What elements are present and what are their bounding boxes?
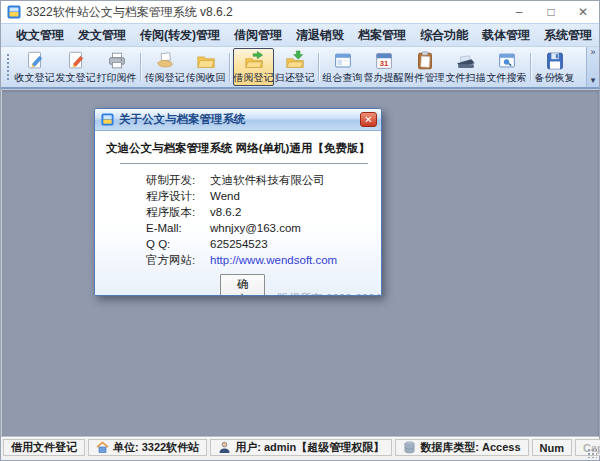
dialog-close-button[interactable]: ✕ bbox=[360, 112, 377, 127]
toolbar-button-send-register[interactable]: 发文登记 bbox=[55, 48, 96, 86]
toolbar-button-borrow-register[interactable]: 借阅登记 bbox=[233, 48, 274, 86]
window-controls: – □ ✕ bbox=[503, 1, 599, 23]
minimize-button[interactable]: – bbox=[503, 1, 535, 23]
menu-item-cleanup-destroy[interactable]: 清退销毁 bbox=[289, 27, 351, 44]
hand-paper-icon bbox=[153, 50, 177, 72]
overflow-chevron-icon: » bbox=[590, 48, 595, 57]
folder-open-icon bbox=[194, 50, 218, 72]
toolbar: 收文登记 发文登记 打印阅件 传阅登记 传阅收回 借阅登记 归还登记 bbox=[1, 47, 599, 89]
copyright-text: 版权所有 2006-2024 bbox=[277, 291, 381, 297]
toolbar-button-return-register[interactable]: 归还登记 bbox=[274, 48, 315, 86]
toolbar-button-print-document[interactable]: 打印阅件 bbox=[96, 48, 137, 86]
toolbar-button-label: 文件扫描 bbox=[446, 72, 486, 84]
toolbar-button-label: 传阅收回 bbox=[186, 72, 226, 84]
toolbar-button-label: 备份恢复 bbox=[535, 72, 575, 84]
database-icon bbox=[403, 441, 416, 454]
info-value: whnjxy@163.com bbox=[210, 220, 301, 236]
info-row-designer: 程序设计: Wend bbox=[95, 188, 381, 204]
menu-item-send-docs[interactable]: 发文管理 bbox=[71, 27, 133, 44]
status-last-action: 借用文件登记 bbox=[3, 439, 85, 456]
toolbar-separator bbox=[315, 51, 322, 83]
edit-blue-icon bbox=[23, 50, 47, 72]
app-icon bbox=[7, 5, 21, 19]
scanner-icon bbox=[454, 50, 478, 72]
ok-button[interactable]: 确定(D) bbox=[220, 274, 265, 296]
status-user: 用户: admin【超级管理权限】 bbox=[210, 439, 392, 456]
user-icon bbox=[218, 441, 231, 454]
toolbar-button-label: 组合查询 bbox=[323, 72, 363, 84]
toolbar-button-label: 督办提醒 bbox=[364, 72, 404, 84]
menu-item-system[interactable]: 系统管理 bbox=[537, 27, 599, 44]
status-text: 用户: admin【超级管理权限】 bbox=[235, 440, 384, 455]
window-search-icon bbox=[495, 50, 519, 72]
menu-item-borrowing[interactable]: 借阅管理 bbox=[227, 27, 289, 44]
svg-text:31: 31 bbox=[379, 59, 388, 68]
app-window: 3322软件站公文与档案管理系统 v8.6.2 – □ ✕ 收文管理 发文管理 … bbox=[0, 0, 600, 461]
info-label: 程序版本: bbox=[146, 204, 210, 220]
edit-red-icon bbox=[64, 50, 88, 72]
info-value: Wend bbox=[210, 188, 240, 204]
clipboard-icon bbox=[413, 50, 437, 72]
info-row-email: E-Mall: whnjxy@163.com bbox=[95, 220, 381, 236]
overflow-dropdown-icon: ▾ bbox=[591, 76, 596, 85]
status-text: 借用文件登记 bbox=[11, 440, 77, 455]
menu-item-archives[interactable]: 档案管理 bbox=[351, 27, 413, 44]
maximize-button[interactable]: □ bbox=[535, 1, 567, 23]
menu-item-carrier[interactable]: 载体管理 bbox=[475, 27, 537, 44]
dialog-titlebar[interactable]: 关于公文与档案管理系统 ✕ bbox=[95, 109, 381, 131]
toolbar-button-label: 借阅登记 bbox=[234, 72, 274, 84]
calendar-icon: 31 bbox=[372, 50, 396, 72]
info-value: 文迪软件科技有限公司 bbox=[210, 172, 325, 188]
statusbar: 借用文件登记 单位: 3322软件站 用户: admin【超级管理权限】 数据库… bbox=[1, 436, 599, 460]
toolbar-separator bbox=[527, 51, 534, 83]
product-name-heading: 文迪公文与档案管理系统 网络(单机)通用【免费版】 bbox=[95, 141, 381, 156]
toolbar-button-label: 传阅登记 bbox=[145, 72, 185, 84]
status-numlock: Num bbox=[532, 439, 572, 456]
toolbar-button-file-search[interactable]: 文件搜索 bbox=[486, 48, 527, 86]
info-label: 程序设计: bbox=[146, 188, 210, 204]
info-value: v8.6.2 bbox=[210, 204, 241, 220]
toolbar-button-backup-restore[interactable]: 备份恢复 bbox=[534, 48, 575, 86]
printer-icon bbox=[105, 50, 129, 72]
status-database: 数据库类型: Access bbox=[395, 439, 528, 456]
info-row-developer: 研制开发: 文迪软件科技有限公司 bbox=[95, 172, 381, 188]
divider bbox=[120, 163, 368, 164]
folder-arrow-up-icon bbox=[242, 50, 266, 72]
workspace: 关于公文与档案管理系统 ✕ 文迪公文与档案管理系统 网络(单机)通用【免费版】 … bbox=[1, 89, 599, 436]
toolbar-button-supervision-reminder[interactable]: 31 督办提醒 bbox=[363, 48, 404, 86]
info-row-version: 程序版本: v8.6.2 bbox=[95, 204, 381, 220]
status-text: 数据库类型: Access bbox=[420, 440, 520, 455]
toolbar-separator bbox=[226, 51, 233, 83]
status-unit: 单位: 3322软件站 bbox=[88, 439, 207, 456]
toolbar-overflow-button[interactable]: » ▾ bbox=[586, 47, 599, 87]
toolbar-button-receive-register[interactable]: 收文登记 bbox=[14, 48, 55, 86]
titlebar: 3322软件站公文与档案管理系统 v8.6.2 – □ ✕ bbox=[1, 1, 599, 23]
toolbar-button-file-scan[interactable]: 文件扫描 bbox=[445, 48, 486, 86]
toolbar-button-label: 发文登记 bbox=[56, 72, 96, 84]
window-query-icon bbox=[331, 50, 355, 72]
menu-item-circulation[interactable]: 传阅(转发)管理 bbox=[133, 27, 227, 44]
toolbar-button-label: 归还登记 bbox=[275, 72, 315, 84]
toolbar-button-label: 收文登记 bbox=[15, 72, 55, 84]
dialog-title: 关于公文与档案管理系统 bbox=[119, 112, 246, 127]
toolbar-button-circulate-recall[interactable]: 传阅收回 bbox=[185, 48, 226, 86]
menu-item-comprehensive[interactable]: 综合功能 bbox=[413, 27, 475, 44]
menu-item-receive-docs[interactable]: 收文管理 bbox=[9, 27, 71, 44]
toolbar-button-circulate-register[interactable]: 传阅登记 bbox=[144, 48, 185, 86]
resize-grip[interactable] bbox=[587, 448, 597, 458]
about-dialog: 关于公文与档案管理系统 ✕ 文迪公文与档案管理系统 网络(单机)通用【免费版】 … bbox=[94, 108, 382, 296]
toolbar-button-label: 打印阅件 bbox=[97, 72, 137, 84]
toolbar-button-attachment-management[interactable]: 附件管理 bbox=[404, 48, 445, 86]
dialog-app-icon bbox=[101, 113, 114, 126]
info-value: 625254523 bbox=[210, 236, 268, 252]
dialog-footer: 确定(D) 版权所有 2006-2024 bbox=[95, 274, 381, 296]
website-link[interactable]: http://www.wendsoft.com bbox=[210, 252, 337, 268]
toolbar-button-label: 文件搜索 bbox=[487, 72, 527, 84]
toolbar-separator bbox=[137, 51, 144, 83]
toolbar-grip bbox=[5, 53, 10, 81]
info-label: E-Mall: bbox=[146, 220, 210, 236]
toolbar-button-combined-query[interactable]: 组合查询 bbox=[322, 48, 363, 86]
status-text: 单位: 3322软件站 bbox=[113, 440, 199, 455]
close-button[interactable]: ✕ bbox=[567, 1, 599, 23]
info-label: 官方网站: bbox=[146, 252, 210, 268]
